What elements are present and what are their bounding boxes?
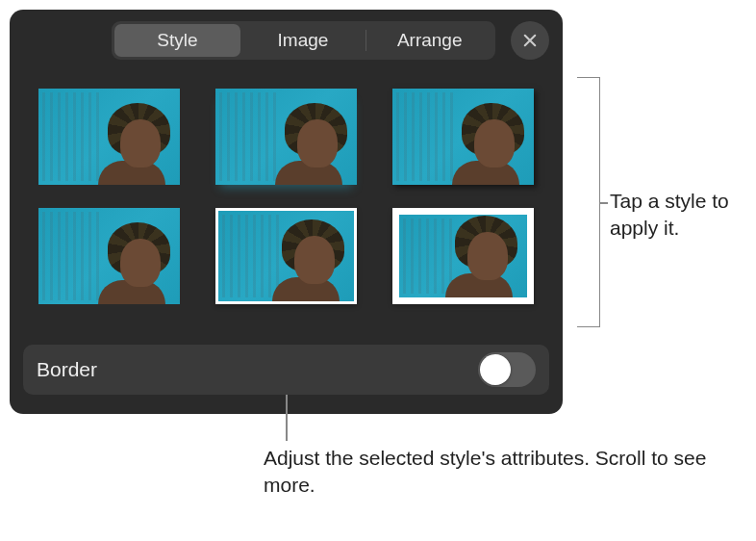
thumbnail-image [38, 89, 180, 185]
format-panel: Style Image Arrange [10, 10, 563, 414]
thumbnail-image [392, 208, 534, 304]
thumb-row-2 [38, 208, 534, 304]
style-thumbnails-grid [10, 67, 563, 337]
tab-arrange[interactable]: Arrange [366, 24, 492, 57]
tab-image[interactable]: Image [240, 24, 366, 57]
style-thumbnail[interactable] [392, 208, 534, 304]
close-button[interactable] [511, 21, 549, 60]
border-label: Border [37, 358, 97, 381]
callout-right-text: Tap a style to apply it. [610, 188, 756, 243]
border-control-row: Border [23, 345, 549, 395]
thumbnail-image [392, 89, 534, 185]
toggle-knob [480, 354, 511, 385]
style-thumbnail[interactable] [38, 208, 180, 304]
callout-bracket-tick [600, 202, 608, 204]
thumbnail-image [215, 208, 357, 304]
tab-group: Style Image Arrange [112, 21, 495, 60]
tabs-row: Style Image Arrange [10, 10, 563, 67]
style-thumbnail[interactable] [38, 89, 180, 185]
thumbnail-image [215, 89, 357, 185]
callout-leader-line [286, 395, 288, 441]
style-thumbnail[interactable] [215, 208, 357, 304]
callout-bottom-text: Adjust the selected style's attributes. … [264, 445, 756, 500]
style-thumbnail[interactable] [215, 89, 357, 185]
style-thumbnail[interactable] [392, 89, 534, 185]
tab-style[interactable]: Style [114, 24, 240, 57]
close-icon [521, 32, 539, 49]
thumb-row-1 [38, 89, 534, 185]
border-toggle[interactable] [478, 352, 536, 387]
callout-bracket [577, 77, 600, 327]
thumbnail-image [38, 208, 180, 304]
